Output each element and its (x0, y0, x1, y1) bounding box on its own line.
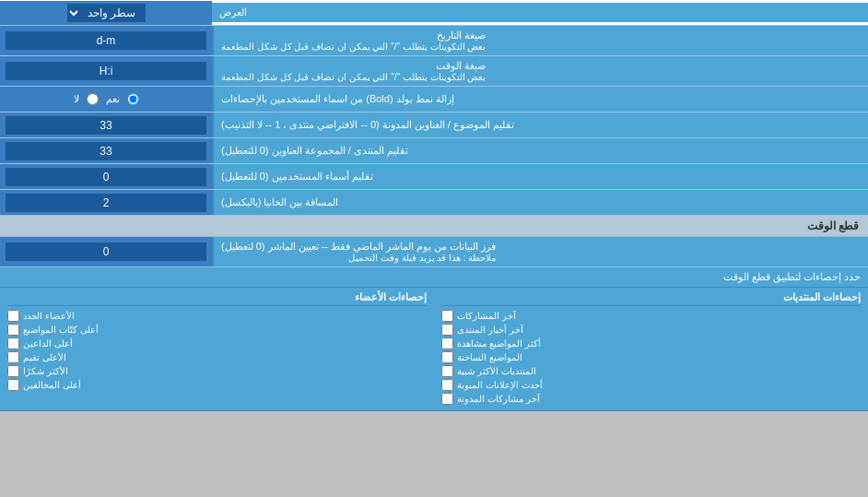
member-stat-6: أعلى المخالفين (7, 379, 427, 391)
post-stat-4: المواضيع الساخنة (441, 351, 861, 363)
stats-left: حدد إحصاءات لتطبيق قطع الوقت إحصاءات الم… (0, 267, 868, 410)
time-label: صيغة الوقت بعض التكوينات يتطلب "/" التي … (212, 56, 868, 86)
bold-yes-label: نعم (106, 93, 120, 105)
post-stat-1-checkbox[interactable] (441, 310, 453, 322)
member-stats-header: إحصاءات الأعضاء (7, 291, 427, 306)
post-stat-5-checkbox[interactable] (441, 365, 453, 377)
member-stat-4-checkbox[interactable] (7, 351, 19, 363)
distance-row: المسافة بين الخانيا (بالبكسل) (0, 190, 868, 216)
post-stat-3-checkbox[interactable] (441, 337, 453, 349)
forum-input-wrapper (0, 138, 212, 163)
stats-container: حدد إحصاءات لتطبيق قطع الوقت إحصاءات الم… (0, 267, 868, 411)
post-stat-7-checkbox[interactable] (441, 393, 453, 405)
member-stat-2-checkbox[interactable] (7, 324, 19, 336)
bold-yes-radio[interactable] (127, 93, 139, 105)
post-stats-header: إحصاءات المنتديات (441, 291, 861, 306)
member-stat-2: أعلى كتّاب المواضيع (7, 324, 427, 336)
main-container: العرض سطر واحد سطرين ثلاثة أسطر صيغة الت… (0, 0, 868, 411)
distance-input-wrapper (0, 190, 212, 215)
bold-no-radio[interactable] (87, 93, 99, 105)
cutoff-input-wrapper (0, 237, 212, 266)
username-input-wrapper (0, 164, 212, 189)
time-input[interactable] (6, 62, 206, 80)
date-row: صيغة التاريخ بعض التكوينات يتطلب "/" الت… (0, 26, 868, 56)
distance-label: المسافة بين الخانيا (بالبكسل) (212, 190, 868, 215)
post-stat-4-checkbox[interactable] (441, 351, 453, 363)
post-stat-7: آخر مشاركات المدونة (441, 393, 861, 405)
display-select[interactable]: سطر واحد سطرين ثلاثة أسطر (67, 4, 146, 22)
stats-define-label: حدد إحصاءات لتطبيق قطع الوقت (0, 267, 868, 288)
time-label-sub: بعض التكوينات يتطلب "/" التي يمكن ان تضا… (221, 72, 486, 82)
post-stat-2: آخر أخبار المنتدى (441, 324, 861, 336)
bold-radio-group: نعم لا (66, 90, 147, 108)
topic-input-wrapper (0, 112, 212, 137)
forum-label: تقليم المنتدى / المجموعة العناوين (0 للت… (212, 138, 868, 163)
checkboxes-wrapper: إحصاءات المنتديات آخر المشاركات آخر أخبا… (0, 288, 868, 410)
bold-label: إزالة نمط بولد (Bold) من اسماء المستخدمي… (212, 87, 868, 112)
bold-row: إزالة نمط بولد (Bold) من اسماء المستخدمي… (0, 87, 868, 112)
post-stats-col: إحصاءات المنتديات آخر المشاركات آخر أخبا… (434, 291, 868, 407)
distance-input[interactable] (6, 194, 206, 212)
username-input[interactable] (6, 168, 206, 186)
member-stat-3-checkbox[interactable] (7, 337, 19, 349)
username-row: تقليم أسماء المستخدمين (0 للتعطيل) (0, 164, 868, 190)
forum-input[interactable] (6, 142, 206, 160)
date-input-wrapper (0, 26, 212, 55)
bold-no-label: لا (74, 93, 79, 105)
time-row: صيغة الوقت بعض التكوينات يتطلب "/" التي … (0, 56, 868, 87)
display-input-wrapper: سطر واحد سطرين ثلاثة أسطر (0, 1, 212, 25)
post-stat-2-checkbox[interactable] (441, 324, 453, 336)
topic-input[interactable] (6, 116, 206, 135)
cutoff-input[interactable] (6, 243, 206, 261)
post-stat-6-checkbox[interactable] (441, 379, 453, 391)
date-label: صيغة التاريخ بعض التكوينات يتطلب "/" الت… (212, 26, 868, 55)
post-stat-1: آخر المشاركات (441, 310, 861, 322)
cutoff-section-header: قطع الوقت (0, 216, 868, 237)
date-label-main: صيغة التاريخ (221, 30, 486, 41)
username-label: تقليم أسماء المستخدمين (0 للتعطيل) (212, 164, 868, 189)
member-stats-col: إحصاءات الأعضاء الأعضاء الجدد أعلى كتّاب… (0, 291, 434, 407)
cutoff-label-main: فرز البيانات من يوم الماشر الماضي فقط --… (221, 241, 496, 253)
forum-row: تقليم المنتدى / المجموعة العناوين (0 للت… (0, 138, 868, 164)
date-input[interactable] (6, 31, 206, 50)
post-stat-6: أحدث الإعلانات المبوبة (441, 379, 861, 391)
cutoff-label-sub: ملاحظة : هذا قد يزيد قبلة وقت التحميل (221, 253, 496, 263)
cutoff-row: فرز البيانات من يوم الماشر الماضي فقط --… (0, 237, 868, 267)
member-stat-1: الأعضاء الجدد (7, 310, 427, 322)
topic-row: تقليم الموضوع / العناوين المدونة (0 -- ا… (0, 112, 868, 138)
post-stat-5: المنتديات الأكثر شبية (441, 365, 861, 377)
time-input-wrapper (0, 56, 212, 86)
member-stat-3: أعلى الداعين (7, 337, 427, 349)
member-stat-5: الأكثر شكرًا (7, 365, 427, 377)
bold-input-wrapper: نعم لا (0, 87, 212, 112)
display-label: العرض (212, 3, 868, 22)
time-label-main: صيغة الوقت (221, 60, 486, 72)
member-stat-1-checkbox[interactable] (7, 310, 19, 322)
cutoff-label: فرز البيانات من يوم الماشر الماضي فقط --… (212, 237, 868, 266)
post-stat-3: أكثر المواضيع مشاهدة (441, 337, 861, 349)
member-stat-6-checkbox[interactable] (7, 379, 19, 391)
member-stat-4: الأعلى تقيم (7, 351, 427, 363)
topic-label: تقليم الموضوع / العناوين المدونة (0 -- ا… (212, 112, 868, 137)
display-row: العرض سطر واحد سطرين ثلاثة أسطر (0, 0, 868, 26)
member-stat-5-checkbox[interactable] (7, 365, 19, 377)
date-label-sub: بعض التكوينات يتطلب "/" التي يمكن ان تضا… (221, 41, 486, 52)
